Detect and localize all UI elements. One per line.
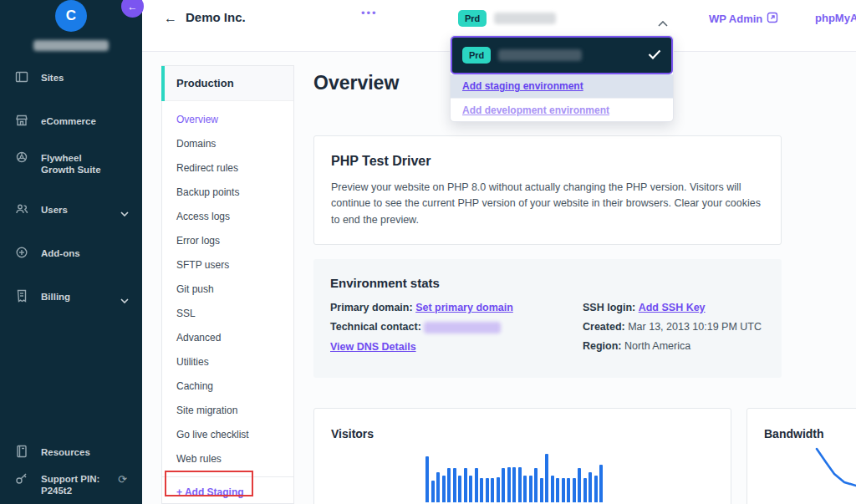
wp-admin-link[interactable]: WP Admin [709,12,778,26]
support-pin-label: Support PIN: [41,474,99,484]
visitors-card: Visitors [313,408,731,504]
nav-item-backup-points[interactable]: Backup points [162,181,293,205]
php-card-body: Preview your website on PHP 8.0 without … [331,180,764,228]
stats-grid: Primary domain: Set primary domain Techn… [330,302,765,360]
technical-contact-row: Technical contact: [330,321,583,333]
region-label: Region: [583,340,622,352]
technical-contact-label: Technical contact: [330,321,421,333]
sidebar-item-label: Billing [41,289,106,303]
sidebar-item-label: Users [41,202,106,216]
nav-item-error-logs[interactable]: Error logs [162,229,293,253]
sidebar-item-label: Resources [41,445,106,458]
env-nav-items: Overview Domains Redirect rules Backup p… [162,101,293,471]
nav-item-redirect-rules[interactable]: Redirect rules [162,156,293,181]
environment-selector[interactable]: Prd [458,7,677,30]
environment-nav: Production Overview Domains Redirect rul… [161,65,294,504]
brand-logo[interactable]: C [55,0,87,32]
chevron-down-icon [120,202,129,220]
add-staging-link[interactable]: + Add Staging [176,486,293,498]
env-name-blurred [494,13,556,24]
account-name-blurred [33,40,109,51]
sidebar: C Sites eCommerce Flywheel Growth Suite [0,0,142,504]
sidebar-item-users[interactable]: Users [0,202,142,220]
nav-item-go-live-checklist[interactable]: Go live checklist [162,423,293,447]
primary-domain-label: Primary domain: [330,302,413,313]
ssh-login-row: SSH login: Add SSH Key [583,302,762,313]
bandwidth-card: Bandwidth [746,408,856,504]
env-nav-header: Production [162,66,293,101]
book-icon [15,445,28,458]
technical-contact-blurred [424,322,501,333]
nav-item-git-push[interactable]: Git push [162,277,293,302]
add-staging-environment-label: Add staging environment [462,80,583,92]
nav-item-sftp-users[interactable]: SFTP users [162,253,293,277]
visitors-chart-title: Visitors [331,427,714,440]
env-badge: Prd [462,47,491,64]
nav-item-caching[interactable]: Caching [162,374,293,399]
active-env-indicator [161,66,165,101]
sidebar-item-resources[interactable]: Resources [0,445,142,458]
sidebar-item-growth-suite[interactable]: Flywheel Growth Suite [0,150,142,176]
support-pin-text: Support PIN: P245t2 [41,471,106,496]
sidebar-item-sites[interactable]: Sites [0,70,142,84]
sidebar-item-label: Add-ons [41,246,106,259]
arrow-left-icon: ← [128,1,138,13]
check-icon [648,48,661,63]
region-row: Region: North America [583,340,762,352]
nav-item-overview[interactable]: Overview [162,108,293,132]
env-name-blurred [498,49,582,61]
nav-item-advanced[interactable]: Advanced [162,326,293,350]
bandwidth-line-chart [813,444,856,492]
add-development-environment-option[interactable]: Add development environment [451,98,673,121]
flywheel-icon [15,150,28,164]
site-name: Demo Inc. [186,10,246,24]
support-pin-value: P245t2 [41,486,72,496]
external-link-icon [767,12,778,26]
nav-item-domains[interactable]: Domains [162,132,293,156]
stats-card-title: Environment stats [330,276,765,290]
created-value: Mar 13, 2013 10:19 PM UTC [628,321,762,333]
app-window: C Sites eCommerce Flywheel Growth Suite [0,0,856,504]
nav-item-access-logs[interactable]: Access logs [162,205,293,229]
sidebar-item-ecommerce[interactable]: eCommerce [0,114,142,127]
env-badge: Prd [458,10,487,27]
stats-right-column: SSH login: Add SSH Key Created: Mar 13, … [583,302,762,360]
env-nav-title: Production [176,77,234,89]
nav-item-web-rules[interactable]: Web rules [162,447,293,471]
sidebar-item-label: Sites [41,70,106,84]
brand-logo-letter: C [66,8,76,24]
window-icon [15,70,28,84]
nav-item-site-migration[interactable]: Site migration [162,399,293,423]
phpmyadmin-link[interactable]: phpMyAdmin [815,12,856,24]
key-icon [15,471,28,485]
receipt-icon [15,289,28,303]
sidebar-item-billing[interactable]: Billing [0,289,142,307]
nav-item-ssl[interactable]: SSL [162,302,293,326]
sidebar-item-addons[interactable]: Add-ons [0,246,142,259]
add-development-environment-label: Add development environment [462,104,609,116]
created-label: Created: [583,321,625,333]
add-ssh-key-link[interactable]: Add SSH Key [639,302,706,313]
set-primary-domain-link[interactable]: Set primary domain [415,302,513,313]
stats-left-column: Primary domain: Set primary domain Techn… [330,302,583,360]
more-options-button[interactable]: ••• [361,7,378,19]
environment-dropdown: Prd Add staging environment Add developm… [450,35,674,122]
php-card-title: PHP Test Driver [331,154,764,169]
environment-stats-card: Environment stats Primary domain: Set pr… [313,259,782,378]
region-value: North America [624,340,690,352]
nav-item-utilities[interactable]: Utilities [162,350,293,374]
circle-plus-icon [15,246,28,259]
chevron-up-icon[interactable] [658,15,668,30]
created-row: Created: Mar 13, 2013 10:19 PM UTC [583,321,762,333]
back-button[interactable]: ← [164,11,177,26]
sidebar-support-pin: Support PIN: P245t2 ⟳ [0,471,142,496]
refresh-icon[interactable]: ⟳ [118,471,127,486]
primary-domain-row: Primary domain: Set primary domain [330,302,583,313]
sidebar-item-label: Flywheel Growth Suite [41,150,106,176]
php-test-driver-card: PHP Test Driver Preview your website on … [313,135,782,245]
view-dns-row: View DNS Details [330,341,583,353]
view-dns-details-link[interactable]: View DNS Details [330,341,416,353]
env-option-production-selected[interactable]: Prd [451,36,673,74]
add-staging-environment-option[interactable]: Add staging environment [451,74,673,98]
storefront-icon [15,114,28,127]
